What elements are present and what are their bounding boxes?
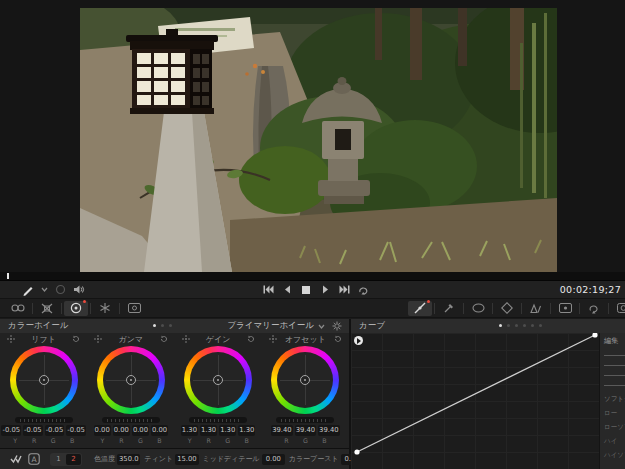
power-window-icon[interactable] — [466, 301, 490, 316]
video-frame[interactable] — [80, 8, 557, 272]
snap-icon[interactable] — [7, 335, 15, 343]
value-box[interactable]: -0.05 — [23, 425, 43, 436]
scopes-icon[interactable] — [611, 301, 625, 316]
value-box[interactable]: 1.30 — [200, 425, 217, 436]
value-box[interactable]: 39.40 — [318, 425, 339, 436]
loop-button[interactable] — [357, 284, 369, 296]
camera-raw-icon[interactable] — [6, 301, 30, 316]
magic-mask-icon[interactable] — [524, 301, 548, 316]
right-palette-tools — [408, 299, 625, 317]
value-box[interactable]: 0.00 — [151, 425, 168, 436]
value-box[interactable]: 0.00 — [132, 425, 149, 436]
value-box[interactable]: -0.05 — [1, 425, 21, 436]
qualifier-icon[interactable] — [437, 301, 461, 316]
param-value[interactable]: 0.00 — [262, 454, 285, 465]
skip-end-button[interactable] — [338, 284, 350, 296]
value-box[interactable]: -0.05 — [66, 425, 86, 436]
param-value[interactable]: 350.0 — [117, 454, 140, 465]
toolbar-separator — [119, 303, 120, 314]
step-back-button[interactable] — [281, 284, 293, 296]
reset-icon[interactable] — [160, 335, 168, 343]
grab-still-pen-icon[interactable] — [22, 284, 34, 296]
lift-master-wheel[interactable] — [15, 417, 73, 423]
gain-master-wheel[interactable] — [189, 417, 247, 423]
value-box[interactable]: 1.30 — [238, 425, 255, 436]
audio-mute-icon[interactable] — [73, 284, 85, 295]
curve-point-low — [354, 449, 359, 454]
curves-editor[interactable] — [351, 333, 599, 469]
reset-icon[interactable] — [334, 335, 342, 343]
blur-icon[interactable] — [553, 301, 577, 316]
wheel-indicator[interactable] — [39, 375, 49, 385]
soft-clip-label[interactable]: ハイ — [604, 437, 625, 446]
lift-color-wheel[interactable] — [10, 346, 78, 414]
edit-title: 編集 — [604, 336, 625, 346]
panel-title: カラーホイール — [8, 319, 69, 333]
channel-label: G — [45, 437, 62, 444]
gain-color-wheel[interactable] — [184, 346, 252, 414]
page-dots[interactable] — [499, 324, 542, 327]
wheel-label: ガンマ — [102, 334, 159, 345]
rgb-mixer-icon[interactable] — [93, 301, 117, 316]
reset-icon[interactable] — [247, 335, 255, 343]
snap-icon[interactable] — [94, 335, 102, 343]
offset-color-wheel[interactable] — [271, 346, 339, 414]
curves-icon[interactable] — [408, 301, 432, 316]
wheel-indicator[interactable] — [126, 375, 136, 385]
curve-channel-slider[interactable] — [604, 385, 625, 386]
color-match-icon[interactable] — [35, 301, 59, 316]
page-dots[interactable] — [153, 324, 172, 327]
svg-text:A: A — [31, 455, 37, 464]
param-label: ミッドディテール — [203, 454, 260, 464]
curve-channel-slider[interactable] — [604, 365, 625, 366]
play-button[interactable] — [319, 284, 331, 296]
chevron-down-icon[interactable] — [41, 287, 48, 292]
settings-gear-icon[interactable] — [332, 321, 342, 331]
stop-button[interactable] — [300, 284, 312, 296]
soft-clip-label[interactable]: ローソフト — [604, 423, 625, 432]
value-box[interactable]: 1.30 — [219, 425, 236, 436]
playhead-marker[interactable] — [7, 273, 9, 279]
davinci-resolve-color-page: 00:02:19;27 — [0, 0, 625, 469]
value-box[interactable]: 39.40 — [295, 425, 316, 436]
toolbar-separator — [608, 303, 609, 314]
toolbar-separator — [90, 303, 91, 314]
luma-channel-button[interactable] — [354, 336, 363, 345]
wheel-indicator[interactable] — [300, 375, 310, 385]
mini-timeline[interactable] — [0, 272, 625, 281]
soft-clip-label[interactable]: ハイソフト — [604, 451, 625, 460]
curve-channel-slider[interactable] — [604, 375, 625, 376]
page-1-button[interactable]: 1 — [51, 454, 66, 465]
value-box[interactable]: 0.00 — [113, 425, 130, 436]
motion-effects-icon[interactable] — [122, 301, 146, 316]
skip-start-button[interactable] — [262, 284, 274, 296]
snap-icon[interactable] — [269, 335, 277, 343]
auto-wand-icon[interactable] — [10, 454, 22, 464]
value-box[interactable]: 39.40 — [271, 425, 292, 436]
tracker-icon[interactable] — [495, 301, 519, 316]
ghost-compare-icon[interactable] — [55, 284, 66, 295]
soft-clip-label[interactable]: ロー — [604, 409, 625, 418]
gamma-color-wheel[interactable] — [97, 346, 165, 414]
value-box[interactable]: 0.00 — [94, 425, 111, 436]
auto-balance-icon[interactable]: A — [28, 453, 40, 465]
channel-label: Y — [7, 437, 24, 444]
offset-master-wheel[interactable] — [276, 417, 334, 423]
value-box[interactable]: 1.30 — [181, 425, 198, 436]
curve-point-high — [592, 333, 597, 338]
key-icon[interactable] — [582, 301, 606, 316]
gamma-master-wheel[interactable] — [102, 417, 160, 423]
param-value[interactable]: 15.00 — [175, 454, 198, 465]
curve-channel-slider[interactable] — [604, 355, 625, 356]
wheel-mode-dropdown[interactable]: プライマリーホイール — [227, 319, 325, 333]
reset-icon[interactable] — [72, 335, 80, 343]
channel-label: G — [132, 437, 149, 444]
channel-label: R — [200, 437, 217, 444]
color-wheels-panel: リフト -0.05 -0.05 -0.05 -0.05 Y R G B — [0, 333, 349, 448]
page-2-button[interactable]: 2 — [66, 454, 81, 465]
toolbar-separator — [463, 303, 464, 314]
color-wheels-icon[interactable] — [64, 301, 88, 316]
value-box[interactable]: -0.05 — [45, 425, 65, 436]
snap-icon[interactable] — [182, 335, 190, 343]
wheel-indicator[interactable] — [213, 375, 223, 385]
